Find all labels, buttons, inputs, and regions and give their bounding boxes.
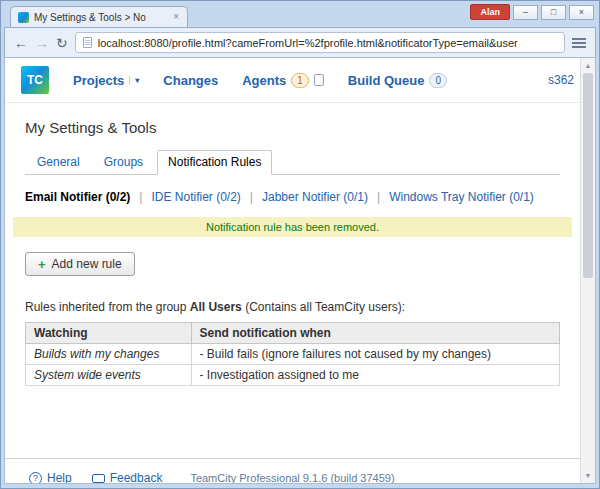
forward-icon[interactable]: → — [35, 36, 49, 50]
add-new-rule-button[interactable]: + Add new rule — [25, 252, 135, 276]
separator: | — [139, 190, 142, 204]
notifier-email[interactable]: Email Notifier (0/2) — [25, 190, 130, 204]
inherited-suffix: (Contains all TeamCity users): — [242, 300, 405, 314]
page-footer: ? Help Feedback TeamCity Professional 9.… — [5, 458, 580, 483]
nav-projects-label: Projects — [73, 73, 124, 88]
column-header-watching: Watching — [26, 323, 192, 344]
feedback-link[interactable]: Feedback — [92, 471, 163, 483]
notifier-ide[interactable]: IDE Notifier (0/2) — [151, 190, 240, 204]
scrollbar-track[interactable] — [581, 73, 595, 468]
rule-watching: Builds with my changes — [26, 344, 192, 365]
tab-close-icon[interactable]: × — [172, 12, 180, 22]
agents-count-badge: 1 — [291, 73, 309, 88]
url-text[interactable]: localhost:8080/profile.html?cameFromUrl=… — [98, 37, 518, 49]
browser-tab-title: My Settings & Tools > No — [34, 12, 167, 23]
table-header-row: Watching Send notification when — [26, 323, 560, 344]
tab-general[interactable]: General — [27, 151, 90, 174]
page-title: My Settings & Tools — [25, 119, 560, 136]
nav-build-queue[interactable]: Build Queue 0 — [348, 73, 447, 88]
nav-build-queue-label: Build Queue — [348, 73, 425, 88]
table-row: System wide events - Investigation assig… — [26, 365, 560, 386]
notifier-jabber[interactable]: Jabber Notifier (0/1) — [262, 190, 368, 204]
success-banner: Notification rule has been removed. — [13, 217, 572, 237]
teamcity-page: TC Projects ▾ Changes Agents 1 Build Que… — [5, 58, 580, 483]
table-row: Builds with my changes - Build fails (ig… — [26, 344, 560, 365]
close-button[interactable]: × — [569, 5, 594, 20]
help-link[interactable]: ? Help — [29, 471, 72, 483]
agents-status-icon — [314, 74, 324, 86]
column-header-send-notification: Send notification when — [191, 323, 559, 344]
scroll-down-icon[interactable]: ▼ — [581, 468, 595, 483]
refresh-icon[interactable]: ↻ — [56, 36, 68, 50]
version-text: TeamCity Professional 9.1.6 (build 37459… — [190, 472, 394, 483]
window-controls: Alan – □ × — [470, 4, 594, 20]
viewport: TC Projects ▾ Changes Agents 1 Build Que… — [4, 58, 596, 484]
nav-changes-label: Changes — [163, 73, 218, 88]
minimize-button[interactable]: – — [513, 5, 538, 20]
rule-notification: - Build fails (ignore failures not cause… — [191, 344, 559, 365]
nav-agents-label: Agents — [242, 73, 286, 88]
scrollbar-thumb[interactable] — [583, 73, 593, 278]
help-label: Help — [47, 471, 72, 483]
back-icon[interactable]: ← — [14, 36, 28, 50]
address-bar[interactable]: localhost:8080/profile.html?cameFromUrl=… — [75, 32, 565, 53]
scrollbar[interactable]: ▲ ▼ — [580, 58, 595, 483]
browser-profile-button[interactable]: Alan — [470, 4, 510, 20]
main-content: My Settings & Tools General Groups Notif… — [5, 103, 580, 386]
user-link[interactable]: s362 — [548, 73, 574, 87]
tab-groups[interactable]: Groups — [94, 151, 153, 174]
browser-window: My Settings & Tools > No × Alan – □ × ← … — [0, 0, 600, 489]
notifier-windows-tray[interactable]: Windows Tray Notifier (0/1) — [389, 190, 534, 204]
notifier-links: Email Notifier (0/2) | IDE Notifier (0/2… — [25, 190, 560, 204]
add-new-rule-label: Add new rule — [52, 257, 122, 271]
inherited-prefix: Rules inherited from the group — [25, 300, 190, 314]
nav-changes[interactable]: Changes — [163, 73, 218, 88]
inherited-group-name: All Users — [190, 300, 242, 314]
nav-projects[interactable]: Projects ▾ — [73, 73, 139, 88]
maximize-button[interactable]: □ — [541, 5, 566, 20]
teamcity-logo[interactable]: TC — [21, 66, 49, 94]
rule-watching: System wide events — [26, 365, 192, 386]
inherited-rules-table: Watching Send notification when Builds w… — [25, 322, 560, 386]
separator: | — [250, 190, 253, 204]
feedback-bubble-icon — [92, 474, 105, 483]
teamcity-header: TC Projects ▾ Changes Agents 1 Build Que… — [5, 58, 580, 103]
page-document-icon — [83, 37, 92, 48]
browser-menu-icon[interactable] — [572, 38, 586, 48]
tab-notification-rules[interactable]: Notification Rules — [157, 150, 272, 175]
inherited-rules-text: Rules inherited from the group All Users… — [25, 300, 560, 314]
rule-notification: - Investigation assigned to me — [191, 365, 559, 386]
scroll-up-icon[interactable]: ▲ — [581, 58, 595, 73]
build-queue-count-badge: 0 — [429, 73, 447, 88]
chevron-down-icon[interactable]: ▾ — [129, 76, 139, 85]
browser-tab[interactable]: My Settings & Tools > No × — [10, 6, 188, 27]
plus-icon: + — [38, 258, 46, 271]
nav-agents[interactable]: Agents 1 — [242, 73, 324, 88]
help-icon: ? — [29, 472, 42, 484]
browser-titlebar: My Settings & Tools > No × Alan – □ × — [4, 1, 596, 27]
separator: | — [377, 190, 380, 204]
feedback-label: Feedback — [110, 471, 163, 483]
browser-toolbar: ← → ↻ localhost:8080/profile.html?cameFr… — [4, 27, 596, 58]
settings-tabs: General Groups Notification Rules — [25, 150, 560, 175]
teamcity-favicon-icon — [18, 12, 29, 23]
